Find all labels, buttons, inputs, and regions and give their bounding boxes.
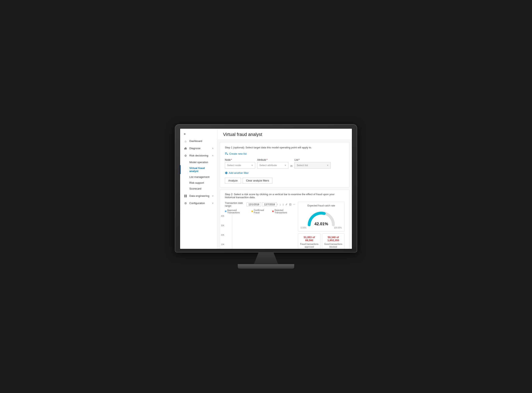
list-select[interactable]: Select list ∨ [295, 162, 331, 169]
data-engineering-icon [184, 194, 187, 198]
in-label: in [291, 164, 292, 167]
expand-icon[interactable]: ⤢ [285, 203, 288, 206]
legend-rejected: Rejected Transactions [272, 209, 295, 214]
attribute-chevron-icon: ∨ [285, 164, 286, 167]
gauge-title: Expected fraud catch rate [301, 204, 342, 207]
sidebar-sub-label: Scorecard [189, 187, 201, 190]
sidebar-item-model-operation[interactable]: Model operation [180, 159, 217, 165]
monitor-wrapper: ≡ ⌂ Dashboard Diagnose ∧ ⚙ Risk decision… [175, 125, 357, 269]
chevron-down-icon: ∧ [212, 147, 214, 150]
list-filter-group: List* Select list ∨ [295, 158, 331, 169]
svg-rect-0 [184, 148, 185, 149]
sidebar-item-risk-decisioning[interactable]: ⚙ Risk decisioning ∧ [180, 152, 217, 159]
sidebar-item-data-engineering[interactable]: Data engineering ∨ [180, 192, 217, 200]
sort-desc-icon[interactable]: ↓ [280, 203, 281, 206]
chevron-up-icon: ∧ [212, 154, 214, 157]
step1-section: Step 1 (optional): Select target data th… [220, 142, 350, 187]
monitor-neck [254, 252, 278, 264]
clear-filters-button[interactable]: Clear analyze filters [243, 178, 272, 183]
legend-approved-dot [225, 211, 227, 212]
bar-chart[interactable] [232, 215, 295, 249]
risk-decisioning-icon: ⚙ [184, 154, 187, 157]
legend-fraud-dot [251, 211, 253, 212]
stat-fraud-label: Fraud transactions approved [300, 243, 319, 248]
legend-rejected-label: Rejected Transactions [275, 209, 295, 214]
svg-rect-7 [186, 196, 187, 197]
node-filter-group: Node* Select node ∨ [225, 158, 255, 169]
create-list-label: Create new list [229, 152, 247, 155]
stat-card-fraud: 51,953 of 89,592 Fraud transactions appr… [298, 234, 320, 249]
date-from[interactable]: 12/1/2018 [247, 202, 261, 206]
legend-fraud: Confirmed Fraud [251, 209, 269, 214]
node-placeholder: Select node [227, 164, 241, 167]
sidebar-sub-label: Model operation [189, 161, 208, 164]
list-chevron-icon: ∨ [327, 164, 329, 167]
dashboard-icon: ⌂ [184, 139, 187, 143]
attribute-select[interactable]: Select attribute ∨ [257, 162, 288, 169]
filter-row: Node* Select node ∨ Attribute* [225, 158, 345, 169]
date-to[interactable]: 12/7/2018 [262, 202, 276, 206]
sort-both-icon[interactable]: ↕ [283, 203, 284, 206]
configuration-icon: ⚙ [184, 201, 187, 205]
sort-asc-icon[interactable]: ↑ [277, 203, 278, 206]
sidebar-item-risk-support[interactable]: Risk support [180, 180, 217, 186]
chevron-down-icon: ∨ [212, 195, 214, 197]
more-icon[interactable]: ··· [293, 203, 295, 206]
sidebar-item-label: Configuration [189, 202, 205, 205]
y-axis: 40K 30K 20K 10K 0K [218, 215, 224, 249]
stat-card-good: 59,340 of 1,652,355 Good transactions bl… [322, 234, 345, 249]
sidebar-sub-label: Virtual fraud analyst [189, 167, 214, 173]
monitor-base [238, 264, 294, 269]
legend-fraud-label: Confirmed Fraud [254, 209, 269, 214]
monitor-screen: ≡ ⌂ Dashboard Diagnose ∧ ⚙ Risk decision… [180, 128, 352, 249]
sidebar-item-dashboard[interactable]: ⌂ Dashboard [180, 138, 217, 145]
chart-controls-row: Transaction date range: 12/1/2018 12/7/2… [225, 202, 295, 207]
svg-rect-1 [185, 147, 185, 149]
svg-rect-6 [184, 196, 185, 197]
add-filter-link[interactable]: ⊕ Add another filter [225, 171, 345, 175]
main-content: Virtual fraud analyst Step 1 (optional):… [217, 129, 352, 249]
gauge-panel: Expected fraud catch rate 42 [298, 202, 345, 231]
sidebar-item-label: Dashboard [189, 140, 202, 142]
chevron-down-icon: ∨ [212, 202, 214, 204]
add-filter-label: Add another filter [229, 171, 249, 174]
step2-label: Step 2: Select a risk score by clicking … [225, 193, 345, 199]
hamburger-icon[interactable]: ≡ [180, 131, 217, 138]
legend-approved: Approved Transactions [225, 209, 249, 214]
sidebar-item-label: Risk decisioning [189, 154, 208, 157]
create-list-link[interactable]: Create new list [225, 152, 345, 156]
sidebar-item-scorecard[interactable]: Scorecard [180, 186, 217, 192]
gauge-min: 0.00% [301, 227, 306, 229]
date-range-label: Transaction date range: 12/1/2018 12/7/2… [225, 202, 277, 207]
svg-rect-2 [186, 147, 186, 149]
list-placeholder: Select list [297, 164, 308, 167]
sidebar-item-diagnose[interactable]: Diagnose ∧ [180, 145, 217, 152]
attribute-placeholder: Select attribute [259, 164, 277, 167]
page-header: Virtual fraud analyst [217, 129, 352, 140]
legend-approved-label: Approved Transactions [227, 209, 249, 214]
svg-rect-5 [186, 195, 187, 196]
node-label: Node* [225, 158, 255, 161]
gauge-range: 0.00% 100.00% [301, 227, 342, 229]
svg-rect-3 [186, 148, 187, 149]
sidebar-item-label: Data engineering [189, 194, 209, 197]
stats-row: 51,953 of 89,592 Fraud transactions appr… [298, 234, 345, 249]
chart-left: Transaction date range: 12/1/2018 12/7/2… [225, 202, 295, 249]
add-filter-icon: ⊕ [225, 171, 227, 175]
sidebar-item-virtual-fraud-analyst[interactable]: Virtual fraud analyst [180, 165, 217, 174]
button-row: Analyze Clear analyze filters [225, 178, 345, 183]
sidebar-item-list-management[interactable]: List management [180, 174, 217, 180]
step2-section: Step 2: Select a risk score by clicking … [220, 190, 350, 249]
analyze-button[interactable]: Analyze [225, 178, 241, 183]
diagnose-icon [184, 147, 187, 150]
list-label: List* [295, 158, 331, 161]
chart-right: Expected fraud catch rate 42 [298, 202, 345, 249]
sidebar-item-configuration[interactable]: ⚙ Configuration ∨ [180, 200, 217, 207]
gauge-max: 100.00% [334, 227, 342, 229]
monitor-bezel: ≡ ⌂ Dashboard Diagnose ∧ ⚙ Risk decision… [175, 125, 357, 252]
attribute-label: Attribute* [257, 158, 288, 161]
fullscreen-icon[interactable]: ⊡ [289, 203, 291, 206]
node-select[interactable]: Select node ∨ [225, 162, 255, 169]
create-list-icon [225, 152, 228, 156]
sidebar: ≡ ⌂ Dashboard Diagnose ∧ ⚙ Risk decision… [180, 129, 217, 249]
